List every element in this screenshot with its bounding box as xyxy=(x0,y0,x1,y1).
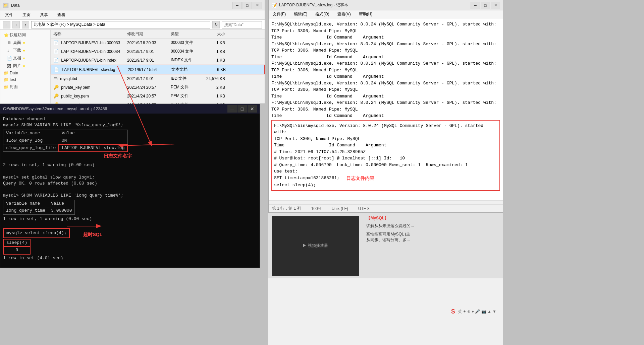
file-name: LAPTOP-BJUBNFVL-bin.000033 xyxy=(61,41,120,45)
sidebar-item-desktop[interactable]: 🖥 桌面 ★ xyxy=(2,39,49,47)
notepad-menu-edit[interactable]: 编辑(E) xyxy=(292,11,309,18)
file-row[interactable]: 📄 LAPTOP-BJUBNFVL-bin.000034 2021/9/17 9… xyxy=(51,47,265,56)
notepad-highlighted-section: F:\MySQL\bin\mysqld.exe, Version: 8.0.24… xyxy=(271,120,500,191)
notepad-line-1: F:\MySQL\bin\mysqld.exe, Version: 8.0.24… xyxy=(271,21,500,28)
sidebar-label-test: test xyxy=(10,77,16,82)
up-button[interactable]: ↑ xyxy=(22,21,29,28)
notepad-scrollbar-h[interactable] xyxy=(269,200,503,204)
sidebar-item-cover[interactable]: 📁 封面 xyxy=(2,83,49,91)
file-type: PEM 文件 xyxy=(169,101,203,104)
sidebar-label-downloads: 下载 xyxy=(13,48,21,53)
notepad-line-13: F:\MySQL\bin\mysqld.exe, Version: 8.0.24… xyxy=(271,99,500,106)
sidebar-item-documents[interactable]: 📄 文档 ★ xyxy=(2,54,49,62)
file-date: 2021/9/17 15:54 xyxy=(126,67,170,73)
notepad-hl-time: # Time: 2021-09-17T07:54:25.328965Z xyxy=(274,149,497,155)
file-explorer-titlebar: 📁 Data ─ □ ✕ xyxy=(0,0,265,10)
cmd-line-show: mysql> SHOW VARIABLES LIKE '%slow_query_… xyxy=(3,122,257,128)
cmd-close-button[interactable]: ✕ xyxy=(248,105,257,113)
slow-log-filename: LAPTOP-BJUBNFVL-slow.log xyxy=(62,145,124,150)
cmd-minimize-button[interactable]: ─ xyxy=(227,105,237,113)
file-row[interactable]: 🔑 server-cert.pem 2021/4/24 20:57 PEM 文件… xyxy=(51,100,265,104)
notepad-hl-select: select sleep(4); xyxy=(274,182,497,189)
sidebar-item-pictures[interactable]: 🖼 图片 ★ xyxy=(2,62,49,70)
annotation-file-content: 日志文件内容 xyxy=(346,175,374,182)
csdn-desc-2: 高性能高可用MySQL (主 xyxy=(366,231,495,237)
column-name[interactable]: 名称 xyxy=(52,30,126,38)
file-type: 000034 文件 xyxy=(169,48,203,55)
file-name: mysql.ibd xyxy=(60,76,77,81)
file-row[interactable]: 📄 LAPTOP-BJUBNFVL-slow.log 2021/9/17 15:… xyxy=(51,65,265,74)
file-date: 2021/4/24 20:57 xyxy=(126,84,169,90)
column-type[interactable]: 类型 xyxy=(169,30,203,38)
file-row[interactable]: 🔑 public_key.pem 2021/4/24 20:57 PEM 文件 … xyxy=(51,92,265,100)
notepad-position: 第 1 行，第 1 列 xyxy=(272,206,301,211)
cmd-line-blank1 xyxy=(3,168,257,174)
notepad-line-9: Time Id Command Argument xyxy=(271,73,500,80)
cmd-line-sleep: mysql> select sleep(4); xyxy=(3,228,70,238)
ribbon-tab-file[interactable]: 文件 xyxy=(3,11,15,18)
notepad-title: LAPTOP-BJUBNFVL-slow.log - 记事本 xyxy=(279,2,471,8)
column-size[interactable]: 大小 xyxy=(203,30,226,38)
sidebar-label-documents: 文档 xyxy=(13,55,21,61)
notepad-menu-file[interactable]: 文件(F) xyxy=(271,11,288,18)
sidebar-item-downloads[interactable]: ↓ 下载 ★ xyxy=(2,47,49,54)
back-button[interactable]: ← xyxy=(3,21,10,28)
cmd-title: C:\WINDOWS\system32\cmd.exe - mysql -uro… xyxy=(3,107,227,111)
file-name: server-cert.pem xyxy=(61,102,89,104)
quickaccess-icon: ⭐ xyxy=(4,33,8,38)
notepad-menu-help[interactable]: 帮助(H) xyxy=(357,11,375,18)
cmd-table-long: Variable_nameValue long_query_time 3.000… xyxy=(3,200,75,214)
cmd-maximize-button[interactable]: □ xyxy=(237,105,247,113)
notepad-maximize-button[interactable]: □ xyxy=(481,2,490,9)
sidebar: ⭐ 快速访问 🖥 桌面 ★ ↓ 下载 ★ 📄 文档 ★ 🖼 图片 ★ xyxy=(0,30,51,104)
file-icon: 📄 xyxy=(53,58,59,63)
file-explorer-title: Data xyxy=(11,3,232,8)
notepad-minimize-button[interactable]: ─ xyxy=(471,2,480,9)
address-path[interactable]: 此电脑 > 软件 (F:) > MySQLData > Data xyxy=(31,21,210,28)
sidebar-label-pictures: 图片 xyxy=(13,63,21,69)
minimize-button[interactable]: ─ xyxy=(232,2,242,9)
file-row[interactable]: 📄 LAPTOP-BJUBNFVL-bin.index 2021/9/17 9:… xyxy=(51,56,265,65)
cmd-table-slow: Variable_nameValue slow_query_log ON slo… xyxy=(3,130,128,152)
file-size: 1 KB xyxy=(203,93,226,99)
notepad-menu-format[interactable]: 格式(O) xyxy=(313,11,331,18)
pin-icon2: ★ xyxy=(22,49,25,52)
pictures-icon: 🖼 xyxy=(7,64,12,68)
close-button[interactable]: ✕ xyxy=(253,2,262,9)
file-name: private_key.pem xyxy=(61,85,90,90)
file-name: public_key.pem xyxy=(61,94,89,98)
video-panel: ▶ 视频播放器 xyxy=(272,216,359,276)
ribbon-tab-view[interactable]: 查看 xyxy=(55,11,67,18)
maximize-button[interactable]: □ xyxy=(243,2,252,9)
ribbon-tab-share[interactable]: 共享 xyxy=(38,11,50,18)
file-row[interactable]: 📄 LAPTOP-BJUBNFVL-bin.000033 2021/9/16 2… xyxy=(51,39,265,47)
cmd-content: Database changed mysql> SHOW VARIABLES L… xyxy=(0,114,260,268)
sidebar-item-test[interactable]: 📁 test xyxy=(2,76,49,83)
refresh-button[interactable]: ↻ xyxy=(212,21,220,28)
file-date: 2021/9/17 9:01 xyxy=(126,57,169,63)
file-row[interactable]: 🔑 private_key.pem 2021/4/24 20:57 PEM 文件… xyxy=(51,83,265,92)
forward-button[interactable]: → xyxy=(12,21,20,28)
column-date[interactable]: 修改日期 xyxy=(126,30,169,38)
file-name: LAPTOP-BJUBNFVL-slow.log xyxy=(62,67,115,72)
notepad-menu-view[interactable]: 查看(V) xyxy=(335,11,353,18)
csdn-panel: 【MySQL】 讲解从从来没这么说过的... 高性能高可用MySQL (主 从同… xyxy=(364,213,498,246)
notepad-close-button[interactable]: ✕ xyxy=(491,2,500,9)
sidebar-label-data: Data xyxy=(10,71,18,75)
file-icon: 🗃 xyxy=(53,76,58,81)
sidebar-item-data[interactable]: 📁 Data xyxy=(2,70,49,76)
file-row[interactable]: 🗃 mysql.ibd 2021/9/17 9:01 IBD 文件 24,576… xyxy=(51,74,265,83)
cmd-line-db: Database changed xyxy=(3,116,257,122)
file-size: 1 KB xyxy=(203,57,226,63)
search-input[interactable] xyxy=(222,21,262,28)
data-folder-icon: 📁 xyxy=(4,71,8,75)
notepad-line-5: TCP Port: 3306, Named Pipe: MySQL xyxy=(271,47,500,54)
notepad-content[interactable]: F:\MySQL\bin\mysqld.exe, Version: 8.0.24… xyxy=(269,18,503,200)
notepad-hl-usetest: use test; xyxy=(274,168,497,175)
sidebar-item-quickaccess[interactable]: ⭐ 快速访问 xyxy=(2,31,49,39)
file-icon: 📄 xyxy=(53,49,59,54)
file-type: PEM 文件 xyxy=(169,92,203,99)
notepad-window: 📝 LAPTOP-BJUBNFVL-slow.log - 记事本 ─ □ ✕ 文… xyxy=(268,0,503,213)
file-date: 2021/4/24 20:57 xyxy=(126,93,169,99)
ribbon-tab-home[interactable]: 主页 xyxy=(20,11,33,18)
